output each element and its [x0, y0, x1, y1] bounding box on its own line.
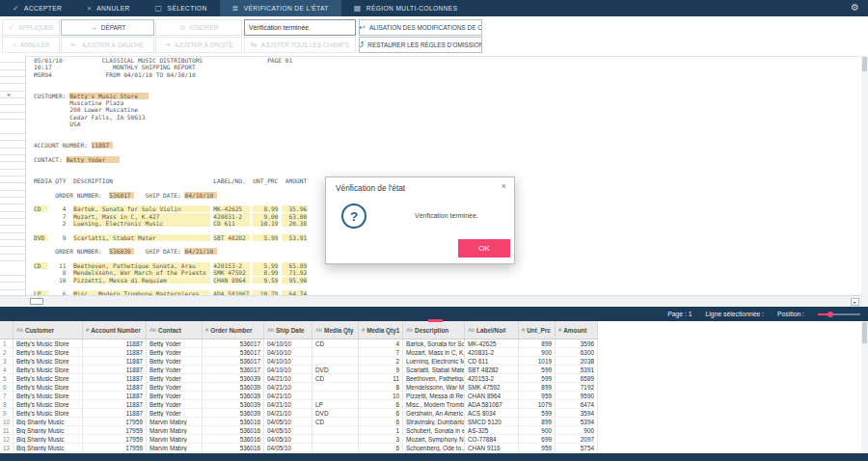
report-text: Cedar Falls, IA 50613 [34, 114, 145, 121]
report-field-highlight[interactable]: SMK 47592 [213, 269, 249, 276]
report-field-highlight[interactable]: 9.59 [253, 277, 278, 284]
report-vertical-scrollbar[interactable] [861, 56, 868, 307]
report-field-highlight[interactable]: Bartok, Sonata for Solo Violin [73, 205, 210, 212]
vscroll-thumb[interactable] [862, 57, 867, 71]
report-field-highlight[interactable]: 420831-2 [213, 213, 249, 220]
report-field-highlight[interactable]: Pizzetti, Messa di Requiem [73, 277, 210, 284]
nav-item-annuler[interactable]: ×ANNULER [74, 0, 142, 16]
report-field-highlight[interactable]: 53.91 [282, 234, 307, 241]
slider-thumb[interactable] [827, 312, 833, 317]
close-icon: × [87, 5, 92, 13]
report-field-highlight[interactable]: 10.19 [253, 220, 278, 227]
report-field-highlight[interactable]: CD [34, 205, 48, 212]
column-header-Contact[interactable]: AbContact [147, 321, 203, 339]
column-header-Amount[interactable]: #Amount [556, 321, 598, 339]
column-header-Media Qty[interactable]: AbMedia Qty [312, 321, 359, 339]
ajuster-gauche-button[interactable]: ⇤AJUSTER À GAUCHE [61, 37, 154, 53]
ok-button[interactable]: OK [458, 239, 510, 258]
dialog-close-icon[interactable]: × [502, 181, 506, 191]
report-field-highlight[interactable]: SBT 48282 [213, 234, 249, 241]
restaurer-regles-button[interactable]: ↺RESTAURER LES RÈGLES D'OMISSION [359, 37, 482, 53]
nav-item-accepter[interactable]: ✓ACCEPTER [0, 0, 74, 16]
report-text: SHIP DATE: [134, 192, 184, 199]
annulation-modifications-button[interactable]: ↩ALISATION DES MODIFICATIONS DE C [359, 19, 482, 36]
report-text: MEDIA QTY DESCRIPTION LABEL/NO. UNT_PRC … [34, 177, 307, 184]
table-cell: 04/10/10 [264, 357, 312, 366]
report-field-highlight[interactable]: Mendelssohn, War March of the Priests [73, 269, 210, 276]
table-vertical-scrollbar[interactable] [861, 321, 868, 453]
report-field-highlight[interactable]: 65.89 [282, 262, 307, 269]
report-field-highlight[interactable]: CD [34, 262, 48, 269]
table-vscroll-thumb[interactable] [862, 322, 867, 343]
row-number: 13 [0, 444, 14, 452]
report-field-highlight[interactable]: 04/21/10 [184, 248, 217, 255]
report-text: 2 [34, 220, 73, 227]
column-header-Order Number[interactable]: #Order Number [203, 321, 264, 339]
report-line [34, 85, 854, 92]
report-field-highlight[interactable]: 35.96 [282, 205, 307, 212]
report-field-highlight[interactable]: DVD [34, 234, 48, 241]
column-header-rownum[interactable] [0, 321, 14, 339]
column-type-icon: Ab [468, 327, 475, 333]
table-cell: 11887 [83, 400, 147, 409]
table-cell: 2 [359, 357, 403, 366]
report-field-highlight[interactable]: Luening, Electronic Music [73, 220, 210, 227]
report-field-highlight[interactable]: 8.99 [253, 269, 278, 276]
ajuster-droite-button[interactable]: ⇥AJUSTER À DROITE [155, 37, 242, 53]
report-field-highlight[interactable]: 95.90 [282, 277, 307, 284]
ignorer-button[interactable]: ⊘IGNORER [155, 19, 242, 36]
report-field-highlight[interactable]: MK-42625 [213, 205, 249, 212]
report-field-highlight[interactable]: Mozart, Mass in C, K.427 [73, 213, 210, 220]
appliquer-button[interactable]: ✓APPLIQUER [2, 19, 60, 36]
annuler2-button[interactable]: ×ANNULER [2, 37, 60, 53]
hscroll-right-arrow-icon[interactable]: ▸ [851, 298, 859, 306]
report-field-highlight[interactable]: 20.38 [282, 220, 307, 227]
report-field-highlight[interactable]: 420153-2 [213, 262, 249, 269]
gear-icon[interactable]: ⚙ [851, 2, 859, 13]
hscroll-thumb[interactable] [30, 298, 43, 305]
bottom-bar [0, 453, 868, 461]
verification-input[interactable] [244, 19, 356, 36]
dialog-message: Vérification terminée. [415, 212, 478, 219]
column-header-Label/No#[interactable]: AbLabel/No# [465, 321, 519, 339]
report-field-highlight[interactable]: Beethoven, Pathetique Sonata, Arau [73, 262, 210, 269]
report-field-highlight[interactable]: 71.92 [282, 269, 307, 276]
report-field-highlight[interactable]: 63.00 [282, 213, 307, 220]
report-field-highlight[interactable]: 5.99 [253, 262, 278, 269]
nav-item-verification-etat[interactable]: ≣VÉRIFICATION DE L'ÉTAT [220, 0, 341, 16]
column-header-Unt_Prc[interactable]: #Unt_Prc [519, 321, 556, 339]
report-field-highlight[interactable]: 9.00 [253, 213, 278, 220]
table-cell: 04/21/10 [264, 400, 312, 409]
report-text: Muscatine Plaza [34, 99, 123, 106]
table-cell: 11 [359, 374, 403, 383]
report-text: SHIP DATE: [134, 248, 184, 255]
table-cell: 420153-2 [465, 374, 519, 383]
report-horizontal-scrollbar[interactable]: ▸ [0, 295, 861, 307]
column-header-Description[interactable]: AbDescription [403, 321, 465, 339]
report-field-highlight[interactable]: 536039 [109, 248, 134, 255]
nav-item-region-multi-colonnes[interactable]: ▦RÉGION MULTI-COLONNES [341, 0, 471, 16]
table-cell: 599 [519, 366, 556, 374]
column-header-Account Number[interactable]: #Account Number [83, 321, 147, 339]
table-cell: 4 [359, 339, 403, 348]
column-header-Media Qty1[interactable]: #Media Qty1 [359, 321, 403, 339]
report-field-highlight[interactable]: 8.99 [253, 205, 278, 212]
report-field-highlight[interactable]: Betty's Music Store [69, 93, 149, 99]
position-slider[interactable] [818, 311, 860, 318]
nav-item-selection[interactable]: ▢SÉLECTION [143, 0, 220, 16]
column-header-Ship Date[interactable]: AbShip Date [264, 321, 312, 339]
table-cell: 11887 [83, 392, 147, 400]
button-label: AJUSTER TOUS LES CHAMPS [261, 41, 349, 48]
report-field-highlight[interactable]: 5.99 [253, 234, 278, 241]
column-header-Customer[interactable]: AbCustomer [14, 321, 83, 339]
ajuster-tous-champs-button[interactable]: ↹AJUSTER TOUS LES CHAMPS [244, 37, 356, 53]
report-field-highlight[interactable]: Scarlatti, Stabat Mater [73, 234, 210, 241]
report-text: 05/01/10 CLASSICAL MUSIC DISTRIBUTORS PA… [34, 57, 292, 64]
depart-button[interactable]: →DÉPART [61, 19, 154, 36]
report-field-highlight[interactable]: CHAN 8964 [213, 277, 249, 284]
report-field-highlight[interactable]: 536017 [109, 192, 134, 199]
report-field-highlight[interactable]: CD 611 [213, 220, 249, 227]
report-field-highlight[interactable]: 04/10/10 [184, 192, 217, 199]
report-field-highlight[interactable]: Betty Yoder [67, 156, 121, 163]
report-field-highlight[interactable]: 11887 [92, 142, 113, 149]
